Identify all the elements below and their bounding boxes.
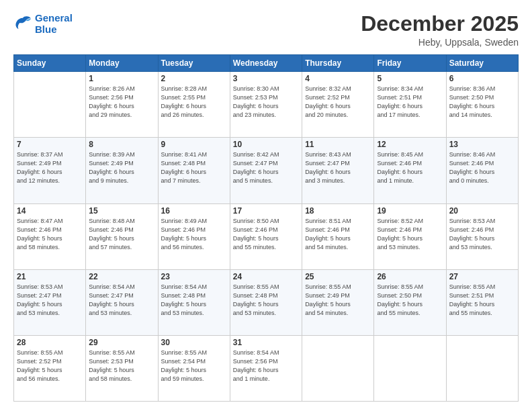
calendar-cell: 20Sunrise: 8:53 AM Sunset: 2:46 PM Dayli… xyxy=(446,203,518,269)
day-header-tuesday: Tuesday xyxy=(158,55,230,72)
day-number: 21 xyxy=(17,272,83,281)
calendar-cell: 9Sunrise: 8:41 AM Sunset: 2:48 PM Daylig… xyxy=(158,138,230,203)
day-number: 25 xyxy=(305,272,371,281)
day-info: Sunrise: 8:28 AM Sunset: 2:55 PM Dayligh… xyxy=(161,85,227,120)
day-info: Sunrise: 8:39 AM Sunset: 2:49 PM Dayligh… xyxy=(89,150,154,185)
day-info: Sunrise: 8:55 AM Sunset: 2:49 PM Dayligh… xyxy=(305,283,371,318)
calendar-cell: 27Sunrise: 8:55 AM Sunset: 2:51 PM Dayli… xyxy=(446,269,518,335)
day-header-saturday: Saturday xyxy=(446,55,518,72)
day-number: 4 xyxy=(305,74,371,83)
calendar-cell: 1Sunrise: 8:26 AM Sunset: 2:56 PM Daylig… xyxy=(86,72,158,138)
calendar-cell: 29Sunrise: 8:55 AM Sunset: 2:53 PM Dayli… xyxy=(86,335,158,401)
day-info: Sunrise: 8:54 AM Sunset: 2:47 PM Dayligh… xyxy=(89,283,154,318)
calendar-cell: 13Sunrise: 8:46 AM Sunset: 2:46 PM Dayli… xyxy=(446,138,518,203)
day-info: Sunrise: 8:30 AM Sunset: 2:53 PM Dayligh… xyxy=(233,85,299,120)
day-info: Sunrise: 8:48 AM Sunset: 2:46 PM Dayligh… xyxy=(89,217,154,252)
calendar-cell: 21Sunrise: 8:53 AM Sunset: 2:47 PM Dayli… xyxy=(14,269,86,335)
day-number: 3 xyxy=(233,74,299,83)
week-row-1: 1Sunrise: 8:26 AM Sunset: 2:56 PM Daylig… xyxy=(14,72,519,138)
day-number: 7 xyxy=(17,140,83,149)
calendar-cell: 14Sunrise: 8:47 AM Sunset: 2:46 PM Dayli… xyxy=(14,203,86,269)
calendar-cell: 4Sunrise: 8:32 AM Sunset: 2:52 PM Daylig… xyxy=(302,72,374,138)
calendar-cell: 12Sunrise: 8:45 AM Sunset: 2:46 PM Dayli… xyxy=(374,138,446,203)
day-info: Sunrise: 8:34 AM Sunset: 2:51 PM Dayligh… xyxy=(377,85,443,120)
calendar-cell: 7Sunrise: 8:37 AM Sunset: 2:49 PM Daylig… xyxy=(14,138,86,203)
day-number: 19 xyxy=(377,206,443,216)
day-number: 12 xyxy=(377,140,443,149)
day-info: Sunrise: 8:36 AM Sunset: 2:50 PM Dayligh… xyxy=(449,85,515,120)
day-number: 31 xyxy=(233,338,299,347)
day-info: Sunrise: 8:32 AM Sunset: 2:52 PM Dayligh… xyxy=(305,85,371,120)
day-number: 8 xyxy=(89,140,154,149)
day-number: 23 xyxy=(161,272,227,281)
day-header-monday: Monday xyxy=(86,55,158,72)
calendar-cell: 18Sunrise: 8:51 AM Sunset: 2:46 PM Dayli… xyxy=(302,203,374,269)
week-row-3: 14Sunrise: 8:47 AM Sunset: 2:46 PM Dayli… xyxy=(14,203,519,269)
day-info: Sunrise: 8:54 AM Sunset: 2:48 PM Dayligh… xyxy=(161,283,227,318)
day-info: Sunrise: 8:55 AM Sunset: 2:53 PM Dayligh… xyxy=(89,349,154,383)
week-row-2: 7Sunrise: 8:37 AM Sunset: 2:49 PM Daylig… xyxy=(14,138,519,203)
calendar-cell: 2Sunrise: 8:28 AM Sunset: 2:55 PM Daylig… xyxy=(158,72,230,138)
day-info: Sunrise: 8:50 AM Sunset: 2:46 PM Dayligh… xyxy=(233,217,299,252)
day-header-sunday: Sunday xyxy=(14,55,86,72)
calendar-cell: 5Sunrise: 8:34 AM Sunset: 2:51 PM Daylig… xyxy=(374,72,446,138)
day-info: Sunrise: 8:55 AM Sunset: 2:54 PM Dayligh… xyxy=(161,349,227,383)
day-info: Sunrise: 8:53 AM Sunset: 2:47 PM Dayligh… xyxy=(17,283,83,318)
calendar-cell: 24Sunrise: 8:55 AM Sunset: 2:48 PM Dayli… xyxy=(230,269,302,335)
header: General Blue December 2025 Heby, Uppsala… xyxy=(13,12,519,48)
logo-line2: Blue xyxy=(35,24,73,35)
day-info: Sunrise: 8:55 AM Sunset: 2:48 PM Dayligh… xyxy=(233,283,299,318)
day-info: Sunrise: 8:55 AM Sunset: 2:51 PM Dayligh… xyxy=(449,283,515,318)
day-header-friday: Friday xyxy=(374,55,446,72)
day-number: 15 xyxy=(89,206,154,216)
day-info: Sunrise: 8:52 AM Sunset: 2:46 PM Dayligh… xyxy=(377,217,443,252)
day-info: Sunrise: 8:43 AM Sunset: 2:47 PM Dayligh… xyxy=(305,150,371,185)
header-row: SundayMondayTuesdayWednesdayThursdayFrid… xyxy=(14,55,519,72)
logo: General Blue xyxy=(13,12,73,36)
day-number: 30 xyxy=(161,338,227,347)
calendar-cell: 16Sunrise: 8:49 AM Sunset: 2:46 PM Dayli… xyxy=(158,203,230,269)
calendar-cell: 10Sunrise: 8:42 AM Sunset: 2:47 PM Dayli… xyxy=(230,138,302,203)
calendar-cell xyxy=(14,72,86,138)
calendar-cell: 11Sunrise: 8:43 AM Sunset: 2:47 PM Dayli… xyxy=(302,138,374,203)
day-number: 26 xyxy=(377,272,443,281)
calendar-cell xyxy=(374,335,446,401)
logo-line1: General xyxy=(35,12,73,24)
day-info: Sunrise: 8:54 AM Sunset: 2:56 PM Dayligh… xyxy=(233,349,299,383)
week-row-4: 21Sunrise: 8:53 AM Sunset: 2:47 PM Dayli… xyxy=(14,269,519,335)
day-number: 14 xyxy=(17,206,83,216)
day-number: 24 xyxy=(233,272,299,281)
day-number: 17 xyxy=(233,206,299,216)
title-block: December 2025 Heby, Uppsala, Sweden xyxy=(361,12,519,48)
week-row-5: 28Sunrise: 8:55 AM Sunset: 2:52 PM Dayli… xyxy=(14,335,519,401)
logo-icon xyxy=(13,15,32,32)
day-info: Sunrise: 8:55 AM Sunset: 2:50 PM Dayligh… xyxy=(377,283,443,318)
calendar-cell: 6Sunrise: 8:36 AM Sunset: 2:50 PM Daylig… xyxy=(446,72,518,138)
day-number: 27 xyxy=(449,272,515,281)
day-number: 1 xyxy=(89,74,154,83)
day-info: Sunrise: 8:53 AM Sunset: 2:46 PM Dayligh… xyxy=(449,217,515,252)
subtitle: Heby, Uppsala, Sweden xyxy=(361,37,519,48)
day-number: 9 xyxy=(161,140,227,149)
calendar-cell: 19Sunrise: 8:52 AM Sunset: 2:46 PM Dayli… xyxy=(374,203,446,269)
day-number: 10 xyxy=(233,140,299,149)
day-number: 16 xyxy=(161,206,227,216)
calendar-cell xyxy=(302,335,374,401)
calendar-cell: 8Sunrise: 8:39 AM Sunset: 2:49 PM Daylig… xyxy=(86,138,158,203)
day-number: 6 xyxy=(449,74,515,83)
calendar-cell: 17Sunrise: 8:50 AM Sunset: 2:46 PM Dayli… xyxy=(230,203,302,269)
day-number: 29 xyxy=(89,338,154,347)
calendar-cell: 31Sunrise: 8:54 AM Sunset: 2:56 PM Dayli… xyxy=(230,335,302,401)
day-number: 2 xyxy=(161,74,227,83)
page: General Blue December 2025 Heby, Uppsala… xyxy=(0,0,532,411)
day-number: 11 xyxy=(305,140,371,149)
day-info: Sunrise: 8:46 AM Sunset: 2:46 PM Dayligh… xyxy=(449,150,515,185)
day-number: 20 xyxy=(449,206,515,216)
day-header-wednesday: Wednesday xyxy=(230,55,302,72)
day-info: Sunrise: 8:41 AM Sunset: 2:48 PM Dayligh… xyxy=(161,150,227,185)
calendar-table: SundayMondayTuesdayWednesdayThursdayFrid… xyxy=(13,54,519,402)
calendar-cell: 22Sunrise: 8:54 AM Sunset: 2:47 PM Dayli… xyxy=(86,269,158,335)
day-info: Sunrise: 8:49 AM Sunset: 2:46 PM Dayligh… xyxy=(161,217,227,252)
day-info: Sunrise: 8:42 AM Sunset: 2:47 PM Dayligh… xyxy=(233,150,299,185)
day-number: 5 xyxy=(377,74,443,83)
